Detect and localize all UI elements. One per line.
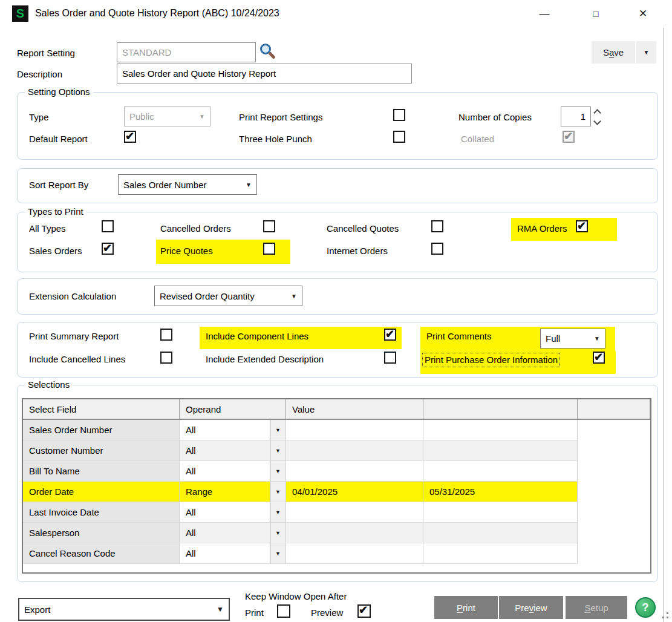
value2-cell[interactable] (423, 543, 578, 564)
report-setting-input[interactable]: STANDARD (117, 42, 256, 62)
print-po-information-label: Print Purchase Order Information (422, 353, 560, 367)
print-button[interactable]: Print (434, 596, 498, 619)
print-po-information-checkbox[interactable] (593, 352, 605, 364)
price-quotes-checkbox[interactable] (263, 243, 275, 255)
value-cell[interactable]: 04/01/2025 (286, 482, 423, 502)
rma-orders-checkbox[interactable] (576, 220, 588, 232)
operand-dropdown-icon[interactable]: ▼ (270, 502, 285, 522)
operand-cell[interactable]: All▼ (180, 461, 286, 482)
operand-cell[interactable]: All▼ (180, 523, 286, 543)
internet-orders-checkbox[interactable] (431, 243, 443, 255)
col-header-select-field: Select Field (23, 399, 180, 420)
include-cancelled-lines-label: Include Cancelled Lines (29, 353, 125, 365)
three-hole-punch-label: Three Hole Punch (239, 133, 312, 145)
table-row: Salesperson All▼ (23, 523, 650, 543)
default-report-label: Default Report (29, 133, 88, 145)
keep-open-preview-checkbox[interactable] (357, 604, 371, 618)
print-comments-select[interactable]: Full▼ (540, 329, 605, 349)
cancelled-quotes-checkbox[interactable] (431, 220, 443, 232)
operand-cell[interactable]: All▼ (180, 420, 286, 440)
table-row-order-date-highlighted: Order Date Range▼ 04/01/2025 05/31/2025 (23, 482, 650, 502)
window-edge (664, 28, 664, 622)
operand-dropdown-icon[interactable]: ▼ (270, 420, 285, 440)
sales-orders-label: Sales Orders (29, 245, 82, 257)
value-cell[interactable] (286, 461, 423, 482)
cancelled-orders-checkbox[interactable] (263, 220, 275, 232)
include-extended-description-checkbox[interactable] (384, 352, 396, 364)
value-cell[interactable] (286, 502, 423, 523)
collated-checkbox (563, 131, 575, 143)
setting-options-legend: Setting Options (25, 87, 93, 97)
include-cancelled-lines-checkbox[interactable] (160, 352, 172, 364)
close-icon[interactable]: ✕ (634, 5, 652, 23)
keep-window-open-label: Keep Window Open After (245, 591, 347, 603)
sort-group (17, 168, 658, 203)
select-field-cell: Sales Order Number (23, 420, 180, 440)
value2-cell[interactable]: 05/31/2025 (423, 482, 578, 502)
operand-cell[interactable]: Range▼ (180, 482, 286, 502)
types-to-print-legend: Types to Print (25, 206, 86, 217)
operand-cell[interactable]: All▼ (180, 543, 286, 564)
operand-dropdown-icon[interactable]: ▼ (270, 523, 285, 543)
value2-cell[interactable] (423, 461, 578, 482)
select-field-cell: Order Date (23, 482, 180, 502)
value2-cell[interactable] (423, 420, 578, 440)
description-input[interactable]: Sales Order and Quote History Report (117, 64, 412, 83)
value-cell[interactable] (286, 440, 423, 461)
selections-legend: Selections (25, 379, 73, 390)
operand-dropdown-icon[interactable]: ▼ (270, 440, 285, 460)
value2-cell[interactable] (423, 523, 578, 543)
help-icon[interactable]: ? (635, 597, 656, 618)
default-report-checkbox[interactable] (124, 131, 136, 143)
value-cell[interactable] (286, 543, 423, 564)
minimize-icon[interactable]: — (535, 5, 553, 23)
select-field-cell: Bill To Name (23, 461, 180, 482)
report-setting-label: Report Setting (17, 47, 75, 59)
type-select[interactable]: Public▼ (124, 106, 210, 126)
print-comments-label: Print Comments (426, 330, 492, 342)
app-icon: S (12, 5, 28, 22)
table-row: Customer Number All▼ (23, 440, 650, 461)
select-field-cell: Salesperson (23, 523, 180, 543)
col-header-operand: Operand (180, 399, 286, 420)
print-summary-report-checkbox[interactable] (160, 329, 172, 341)
description-label: Description (17, 68, 62, 80)
select-field-cell: Customer Number (23, 440, 180, 461)
include-extended-description-label: Include Extended Description (206, 353, 324, 365)
sort-report-by-select[interactable]: Sales Order Number▼ (118, 174, 257, 195)
three-hole-punch-checkbox[interactable] (393, 131, 405, 143)
window-title: Sales Order and Quote History Report (AB… (35, 8, 279, 19)
value-cell[interactable] (286, 523, 423, 543)
table-row: Bill To Name All▼ (23, 461, 650, 482)
preview-button[interactable]: Preview (499, 596, 563, 619)
save-dropdown-button[interactable]: ▼ (636, 41, 656, 64)
operand-cell[interactable]: All▼ (180, 502, 286, 523)
sales-orders-checkbox[interactable] (102, 243, 114, 255)
table-header-row: Select Field Operand Value (23, 399, 650, 420)
report-dialog: S Sales Order and Quote History Report (… (0, 0, 672, 622)
table-row: Sales Order Number All▼ (23, 420, 650, 440)
include-component-lines-checkbox[interactable] (384, 329, 396, 341)
operand-dropdown-icon[interactable]: ▼ (270, 482, 285, 502)
keep-open-print-label: Print (245, 607, 264, 619)
all-types-checkbox[interactable] (102, 220, 114, 232)
all-types-label: All Types (29, 223, 66, 235)
extension-calculation-select[interactable]: Revised Order Quantity▼ (154, 286, 302, 306)
operand-cell[interactable]: All▼ (180, 440, 286, 461)
number-of-copies-input[interactable]: 1 (561, 106, 591, 126)
operand-dropdown-icon[interactable]: ▼ (270, 543, 285, 563)
maximize-icon[interactable]: □ (587, 5, 605, 23)
export-select[interactable]: Export▼ (18, 598, 230, 621)
operand-dropdown-icon[interactable]: ▼ (270, 461, 285, 481)
value2-cell[interactable] (423, 502, 578, 523)
select-field-cell: Cancel Reason Code (23, 543, 180, 564)
value2-cell[interactable] (423, 440, 578, 461)
keep-open-print-checkbox[interactable] (277, 604, 290, 618)
col-header-blank (423, 399, 578, 420)
print-report-settings-checkbox[interactable] (393, 109, 405, 121)
rma-orders-label: RMA Orders (517, 223, 567, 235)
save-button[interactable]: Save (592, 41, 635, 64)
value-cell[interactable] (286, 420, 423, 440)
internet-orders-label: Internet Orders (327, 245, 388, 257)
collated-label: Collated (461, 133, 494, 145)
